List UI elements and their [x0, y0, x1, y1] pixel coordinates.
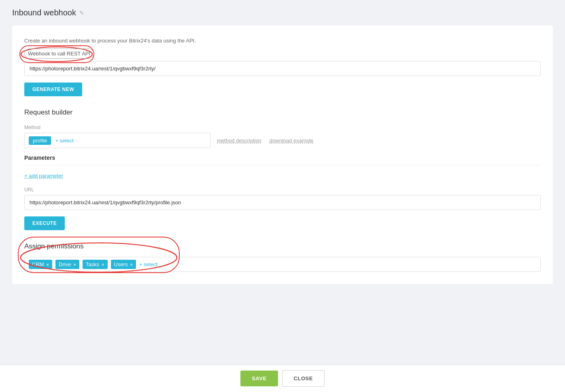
footer-bar: SAVE CLOSE: [0, 364, 565, 392]
method-select[interactable]: + select: [55, 138, 73, 144]
execute-button[interactable]: EXECUTE: [24, 216, 65, 230]
close-button[interactable]: CLOSE: [282, 370, 325, 387]
params-divider: [24, 165, 541, 165]
permission-tasks-remove[interactable]: ×: [102, 262, 104, 267]
description-text: Create an inbound webhook to process you…: [24, 38, 541, 44]
edit-icon[interactable]: ✎: [79, 10, 84, 16]
generate-new-button[interactable]: GENERATE NEW: [24, 83, 82, 96]
method-tag: profile: [29, 136, 51, 145]
permission-crm-remove[interactable]: ×: [47, 262, 49, 267]
save-button[interactable]: SAVE: [240, 371, 278, 386]
permission-tag-drive: Drive ×: [55, 260, 79, 269]
permission-drive-remove[interactable]: ×: [73, 262, 76, 267]
page-title-row: Inbound webhook ✎: [12, 8, 553, 17]
url-display-input[interactable]: [24, 195, 541, 210]
permission-tag-crm: CRM ×: [29, 260, 52, 269]
method-input-wrapper[interactable]: profile + select: [24, 133, 210, 148]
permissions-section: Assign permissions CRM × Drive × Tasks ×…: [24, 242, 541, 272]
webhook-url-input[interactable]: [24, 61, 541, 76]
method-description-link[interactable]: method description: [217, 138, 261, 144]
method-label: Method: [24, 125, 541, 130]
url-label: URL: [24, 187, 541, 193]
permission-tag-users: Users ×: [111, 260, 136, 269]
permission-crm-label: CRM: [32, 261, 44, 267]
add-parameter-link[interactable]: + add parameter: [24, 173, 63, 179]
parameters-title: Parameters: [24, 155, 541, 161]
page-title: Inbound webhook: [12, 8, 76, 17]
permission-tag-tasks: Tasks ×: [83, 260, 108, 269]
webhook-label-wrapper: Webhook to call REST API: [24, 49, 94, 59]
permission-users-remove[interactable]: ×: [130, 262, 132, 267]
permission-users-label: Users: [114, 261, 128, 267]
permission-drive-label: Drive: [59, 261, 71, 267]
request-builder-section: Request builder Method profile + select …: [24, 108, 541, 230]
request-builder-title: Request builder: [24, 108, 541, 117]
main-card: Create an inbound webhook to process you…: [12, 25, 553, 284]
permission-tasks-label: Tasks: [86, 261, 99, 267]
method-links: method description download example: [217, 138, 313, 144]
download-example-link[interactable]: download example: [270, 138, 313, 144]
method-row: profile + select method description down…: [24, 133, 541, 148]
permissions-input-row: CRM × Drive × Tasks × Users × + select: [24, 257, 541, 272]
permissions-title: Assign permissions: [24, 242, 541, 250]
webhook-label: Webhook to call REST API: [24, 49, 94, 59]
permissions-select[interactable]: + select: [139, 261, 157, 267]
